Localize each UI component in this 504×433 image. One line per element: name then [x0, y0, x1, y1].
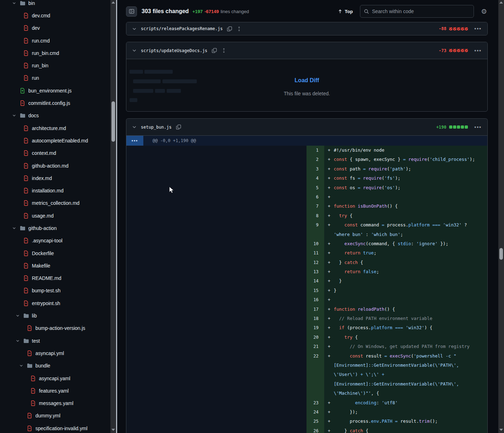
- tree-file-asyncapi.yaml[interactable]: asyncapi.yaml: [0, 372, 110, 384]
- line-number[interactable]: 8: [307, 211, 324, 220]
- main-scroll-down-icon[interactable]: [499, 429, 503, 431]
- line-number[interactable]: 26: [307, 426, 324, 433]
- tree-file-usage.md[interactable]: usage.md: [0, 209, 110, 222]
- sidebar-scroll-up-icon[interactable]: [111, 1, 115, 4]
- tree-file-run.cmd[interactable]: run.cmd: [0, 34, 110, 47]
- copy-path-icon[interactable]: [176, 124, 181, 130]
- line-number[interactable]: 15: [307, 286, 324, 295]
- tree-folder-bundle[interactable]: bundle: [0, 360, 110, 372]
- line-number[interactable]: 11: [307, 248, 324, 258]
- chevron-down-icon[interactable]: [132, 27, 137, 31]
- copy-path-icon[interactable]: [212, 48, 217, 53]
- scroll-to-top-button[interactable]: Top: [338, 9, 353, 14]
- line-number[interactable]: 3: [307, 164, 324, 174]
- tree-file-asyncapi.yml[interactable]: asyncapi.yml: [0, 347, 110, 359]
- tree-file-dev.cmd[interactable]: dev.cmd: [0, 9, 110, 22]
- line-number[interactable]: 13: [307, 267, 324, 276]
- chevron-down-icon[interactable]: [132, 125, 137, 129]
- line-number[interactable]: 23: [307, 398, 324, 407]
- sidebar-scrollbar[interactable]: [110, 0, 116, 433]
- line-number[interactable]: 19: [307, 323, 324, 332]
- tree-file-commitlint.config.js[interactable]: commitlint.config.js: [0, 97, 110, 109]
- line-number[interactable]: 12: [307, 258, 324, 267]
- tree-file-run[interactable]: run: [0, 72, 110, 84]
- line-number[interactable]: [307, 379, 324, 389]
- main-scroll-up-icon[interactable]: [499, 1, 503, 4]
- tree-file-run_bin[interactable]: run_bin: [0, 59, 110, 72]
- line-number[interactable]: 16: [307, 295, 324, 304]
- line-number[interactable]: 14: [307, 276, 324, 286]
- sidebar-scroll-down-icon[interactable]: [111, 429, 115, 431]
- sidebar-scrollbar-thumb[interactable]: [111, 101, 115, 142]
- line-number[interactable]: 20: [307, 333, 324, 342]
- tree-file-index.md[interactable]: index.md: [0, 172, 110, 184]
- drag-reorder-icon[interactable]: [221, 48, 227, 53]
- search-within-code-box[interactable]: [360, 5, 474, 18]
- chevron-down-icon[interactable]: [19, 364, 27, 368]
- tree-file-context.md[interactable]: context.md: [0, 147, 110, 159]
- tree-file-architecture.md[interactable]: architecture.md: [0, 122, 110, 134]
- tree-file-specification-invalid.yml[interactable]: specification-invalid.yml: [0, 422, 110, 433]
- file-name[interactable]: scripts/releasePackagesRename.js: [141, 26, 223, 31]
- chevron-down-icon[interactable]: [16, 314, 23, 318]
- tree-file-entrypoint.sh[interactable]: entrypoint.sh: [0, 297, 110, 309]
- chevron-down-icon[interactable]: [12, 226, 20, 230]
- tree-file-autocompleteEnabled.md[interactable]: autocompleteEnabled.md: [0, 134, 110, 147]
- line-number[interactable]: [307, 389, 324, 398]
- copy-path-icon[interactable]: [227, 26, 232, 32]
- chevron-down-icon[interactable]: [12, 1, 20, 5]
- line-number[interactable]: 6: [307, 192, 324, 202]
- main-scrollbar[interactable]: [498, 0, 504, 433]
- tree-file-features.yaml[interactable]: features.yaml: [0, 384, 110, 397]
- tree-folder-bin[interactable]: bin: [0, 0, 110, 9]
- tree-file-bun_environment.js[interactable]: bun_environment.js: [0, 84, 110, 97]
- chevron-down-icon[interactable]: [132, 48, 137, 53]
- line-number[interactable]: 5: [307, 183, 324, 192]
- line-number[interactable]: 9: [307, 220, 324, 230]
- tree-file-github-action.md[interactable]: github-action.md: [0, 159, 110, 172]
- line-number[interactable]: 2: [307, 155, 324, 164]
- tree-folder-lib[interactable]: lib: [0, 309, 110, 322]
- line-number[interactable]: 17: [307, 305, 324, 314]
- tree-file-Makefile[interactable]: Makefile: [0, 259, 110, 272]
- kebab-menu-icon[interactable]: •••: [474, 48, 482, 54]
- tree-file-installation.md[interactable]: installation.md: [0, 184, 110, 197]
- line-number[interactable]: 24: [307, 407, 324, 417]
- tree-file-dummy.yml[interactable]: dummy.yml: [0, 410, 110, 422]
- tree-file-dev[interactable]: dev: [0, 22, 110, 34]
- line-number[interactable]: [307, 361, 324, 370]
- line-number[interactable]: 25: [307, 417, 324, 426]
- drag-reorder-icon[interactable]: [236, 26, 242, 32]
- tree-folder-docs[interactable]: docs: [0, 109, 110, 122]
- tree-folder-github-action[interactable]: github-action: [0, 222, 110, 234]
- main-scrollbar-thumb[interactable]: [499, 248, 503, 260]
- tree-folder-test[interactable]: test: [0, 334, 110, 347]
- search-within-code-input[interactable]: [372, 9, 464, 14]
- file-name[interactable]: setup_bun.js: [141, 125, 172, 130]
- tree-file-bump-test.sh[interactable]: bump-test.sh: [0, 285, 110, 297]
- line-number[interactable]: [307, 370, 324, 379]
- tree-file-run_bin.cmd[interactable]: run_bin.cmd: [0, 47, 110, 59]
- tree-file-Dockerfile[interactable]: Dockerfile: [0, 247, 110, 259]
- tree-file-.asyncapi-tool[interactable]: .asyncapi-tool: [0, 235, 110, 247]
- line-number[interactable]: 1: [307, 146, 324, 155]
- tree-file-README.md[interactable]: README.md: [0, 272, 110, 285]
- line-number[interactable]: [307, 230, 324, 239]
- line-number[interactable]: 4: [307, 174, 324, 183]
- kebab-menu-icon[interactable]: •••: [474, 26, 482, 32]
- line-number[interactable]: 22: [307, 352, 324, 361]
- tree-file-messages.yaml[interactable]: messages.yaml: [0, 397, 110, 410]
- kebab-menu-icon[interactable]: •••: [474, 124, 482, 130]
- chevron-down-icon[interactable]: [12, 113, 20, 118]
- line-number[interactable]: 21: [307, 342, 324, 351]
- line-number[interactable]: 7: [307, 202, 324, 211]
- file-name[interactable]: scripts/updateUsageDocs.js: [141, 48, 207, 53]
- tree-file-bump-action-version.js[interactable]: bump-action-version.js: [0, 322, 110, 334]
- collapse-file-tree-button[interactable]: [126, 6, 137, 17]
- line-number[interactable]: 10: [307, 239, 324, 248]
- expand-hunk-button[interactable]: •••: [126, 136, 143, 146]
- tree-file-metrics_collection.md[interactable]: metrics_collection.md: [0, 197, 110, 209]
- gear-icon[interactable]: ⚙: [481, 8, 487, 15]
- line-number[interactable]: 18: [307, 314, 324, 323]
- load-diff-button[interactable]: Load Diff: [126, 77, 487, 84]
